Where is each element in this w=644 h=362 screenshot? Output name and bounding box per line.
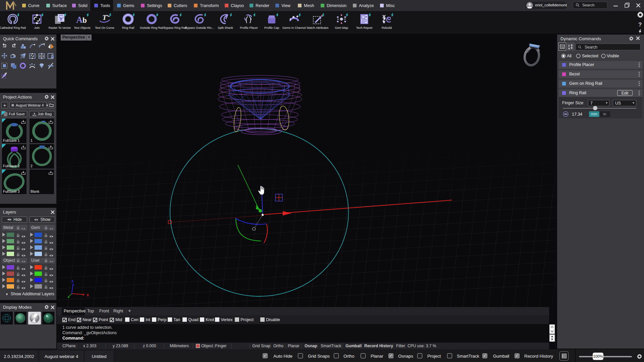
- svg-text:T: T: [102, 13, 107, 21]
- svg-text:A: A: [76, 15, 83, 25]
- svg-text:b: b: [83, 16, 87, 24]
- svg-text:z: z: [71, 279, 74, 284]
- svg-text:?: ?: [638, 21, 642, 28]
- svg-text:x: x: [87, 292, 89, 297]
- svg-text:a: a: [568, 47, 570, 50]
